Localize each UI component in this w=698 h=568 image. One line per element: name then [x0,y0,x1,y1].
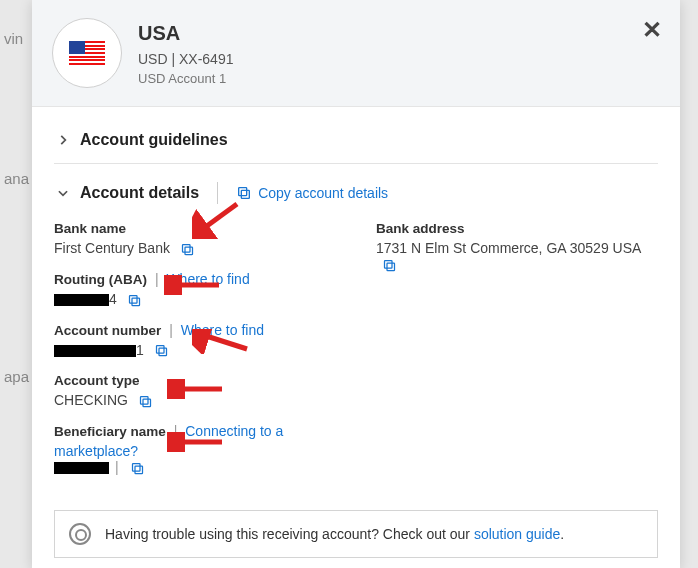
modal-body: Account guidelines Account details Copy … [32,107,680,568]
svg-rect-8 [143,399,151,407]
chevron-down-icon[interactable] [54,184,72,202]
separator [217,182,218,204]
routing-redacted [54,294,109,306]
account-type-label: Account type [54,373,140,388]
svg-rect-12 [387,263,395,271]
copy-bank-address-button[interactable] [382,258,397,273]
field-bank-name: Bank name First Century Bank [54,220,336,257]
svg-rect-13 [385,260,393,268]
copy-bank-name-button[interactable] [180,242,195,257]
routing-label: Routing (ABA) [54,272,147,287]
svg-rect-7 [156,346,164,354]
copy-beneficiary-button[interactable] [130,461,145,476]
info-period: . [560,526,564,542]
svg-rect-10 [135,466,143,474]
field-account-number: Account number | Where to find 1 [54,322,336,359]
beneficiary-label: Beneficiary name [54,424,166,439]
bank-name-value: First Century Bank [54,240,170,256]
info-box: Having trouble using this receiving acco… [54,510,658,558]
account-modal: USA USD | XX-6491 USD Account 1 ✕ Accoun… [32,0,680,568]
bank-address-value: 1731 N Elm St Commerce, GA 30529 USA [376,240,641,256]
guidelines-section-toggle[interactable]: Account guidelines [54,121,658,159]
info-text: Having trouble using this receiving acco… [105,526,474,542]
copy-account-number-button[interactable] [154,343,169,358]
field-account-type: Account type CHECKING [54,372,336,409]
svg-rect-1 [239,188,247,196]
country-name: USA [138,22,660,45]
copy-routing-button[interactable] [127,293,142,308]
account-number-redacted [54,345,136,357]
chevron-right-icon [54,131,72,149]
account-number-where-to-find-link[interactable]: Where to find [181,322,264,338]
guidelines-title: Account guidelines [80,131,228,149]
routing-tail: 4 [109,291,117,307]
account-number-tail: 1 [136,342,144,358]
help-icon [69,523,91,545]
field-beneficiary: Beneficiary name | Connecting to a marke… [54,423,336,476]
svg-rect-6 [159,348,167,356]
close-button[interactable]: ✕ [642,18,662,42]
divider [54,163,658,164]
beneficiary-redacted [54,462,109,474]
field-bank-address: Bank address 1731 N Elm St Commerce, GA … [376,220,658,273]
svg-rect-2 [185,247,193,255]
usa-flag-icon [69,41,105,65]
svg-rect-11 [133,463,141,471]
copy-account-type-button[interactable] [138,394,153,409]
flag-circle [52,18,122,88]
account-type-value: CHECKING [54,392,128,408]
modal-header: USA USD | XX-6491 USD Account 1 ✕ [32,0,680,107]
copy-all-label: Copy account details [258,185,388,201]
account-subtitle: USD Account 1 [138,71,660,86]
svg-rect-0 [241,190,249,198]
account-meta: USD | XX-6491 [138,51,660,67]
details-title: Account details [80,184,199,202]
svg-rect-3 [182,244,190,252]
copy-all-button[interactable]: Copy account details [236,185,388,201]
copy-icon [236,185,252,201]
account-number-label: Account number [54,323,161,338]
solution-guide-link[interactable]: solution guide [474,526,560,542]
svg-rect-5 [129,295,137,303]
bank-name-label: Bank name [54,221,126,236]
svg-rect-4 [132,298,140,306]
field-routing: Routing (ABA) | Where to find 4 [54,271,336,308]
bank-address-label: Bank address [376,221,465,236]
routing-where-to-find-link[interactable]: Where to find [166,271,249,287]
svg-rect-9 [140,397,148,405]
